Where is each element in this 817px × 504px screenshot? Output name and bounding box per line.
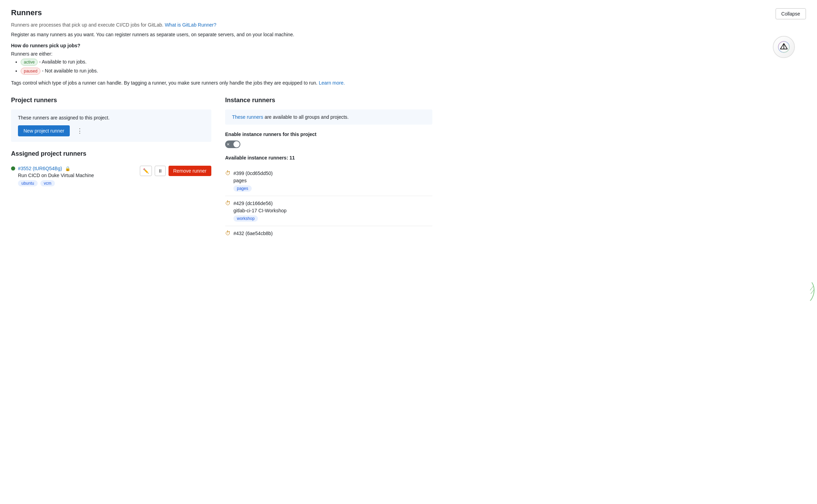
runner-clock-icon: ⏱ <box>225 170 231 176</box>
tag-ubuntu: ubuntu <box>18 180 38 186</box>
project-runners-info-box: These runners are assigned to this proje… <box>11 109 211 142</box>
paused-state-item: paused - Not available to run jobs. <box>21 68 806 75</box>
enable-instance-runners-label: Enable instance runners for this project <box>225 132 432 137</box>
runner-link[interactable]: #3552 (tUR6Q54Bg) <box>18 166 62 171</box>
paused-badge: paused <box>21 68 40 75</box>
pause-runner-button[interactable]: ⏸ <box>155 166 166 176</box>
active-desc: - Available to run jobs. <box>39 59 87 65</box>
runner-tags: ubuntu vcm <box>11 180 140 186</box>
enable-runners-toggle[interactable]: ✕ <box>225 140 240 148</box>
runner-id-432: #432 (6ae54cb8b) <box>233 231 273 236</box>
runner-clock-icon-3: ⏱ <box>225 230 231 236</box>
runners-either-text: Runners are either: <box>11 51 806 57</box>
register-text: Register as many runners as you want. Yo… <box>11 32 806 37</box>
new-project-runner-button[interactable]: New project runner <box>18 125 70 136</box>
page-title: Runners <box>11 8 42 17</box>
edit-runner-button[interactable]: ✏️ <box>140 166 152 176</box>
more-options-icon[interactable]: ⋮ <box>74 126 86 136</box>
lock-icon: 🔒 <box>65 166 70 171</box>
runner-tag-pages: pages <box>233 185 252 192</box>
runner-id-399: #399 (0cd65dd50) <box>233 171 273 176</box>
these-runners-link[interactable]: These runners <box>232 114 263 120</box>
tag-vcm: vcm <box>40 180 55 186</box>
instance-runners-info-box: These runners are available to all group… <box>225 109 432 125</box>
runner-id-429: #429 (dc166de56) <box>233 201 273 206</box>
assigned-runners-title: Assigned project runners <box>11 150 211 157</box>
instance-runner-item-399: ⏱ #399 (0cd65dd50) pages pages <box>225 166 432 196</box>
paused-desc: - Not available to run jobs. <box>42 68 98 74</box>
runner-status-dot <box>11 166 15 171</box>
instance-runner-item-429: ⏱ #429 (dc166de56) gitlab-ci-17 CI-Works… <box>225 196 432 226</box>
instance-runners-title: Instance runners <box>225 97 432 104</box>
assigned-runner-item: #3552 (tUR6Q54Bg) 🔒 Run CICD on Duke Vir… <box>11 163 211 189</box>
learn-more-link[interactable]: Learn more. <box>319 80 345 86</box>
runner-description: Run CICD on Duke Virtual Machine <box>11 173 140 178</box>
runner-tag-workshop: workshop <box>233 215 258 222</box>
subtitle: Runners are processes that pick up and e… <box>11 22 806 28</box>
instance-runners-info-text: are available to all groups and projects… <box>263 114 348 120</box>
gitlab-runner-link[interactable]: What is GitLab Runner? <box>165 22 216 28</box>
available-runners-label: Available instance runners: 11 <box>225 155 432 161</box>
active-state-item: active - Available to run jobs. <box>21 59 806 66</box>
active-badge: active <box>21 59 38 66</box>
project-runners-title: Project runners <box>11 97 211 104</box>
project-runners-info-text: These runners are assigned to this proje… <box>18 115 204 120</box>
instance-runner-item-432: ⏱ #432 (6ae54cb8b) <box>225 226 432 242</box>
runner-logo <box>773 36 795 58</box>
runner-name-workshop: gitlab-ci-17 CI-Workshop <box>225 208 432 213</box>
edit-icon: ✏️ <box>143 168 149 174</box>
collapse-button[interactable]: Collapse <box>776 8 806 19</box>
runner-clock-icon-2: ⏱ <box>225 200 231 206</box>
remove-runner-button[interactable]: Remove runner <box>169 166 212 176</box>
tags-text: Tags control which type of jobs a runner… <box>11 80 806 86</box>
toggle-thumb <box>233 141 240 147</box>
toggle-x-icon: ✕ <box>227 142 230 147</box>
runner-states-list: active - Available to run jobs. paused -… <box>11 59 806 75</box>
runner-name-pages: pages <box>225 178 432 183</box>
pause-icon: ⏸ <box>158 168 163 174</box>
how-title: How do runners pick up jobs? <box>11 43 806 48</box>
